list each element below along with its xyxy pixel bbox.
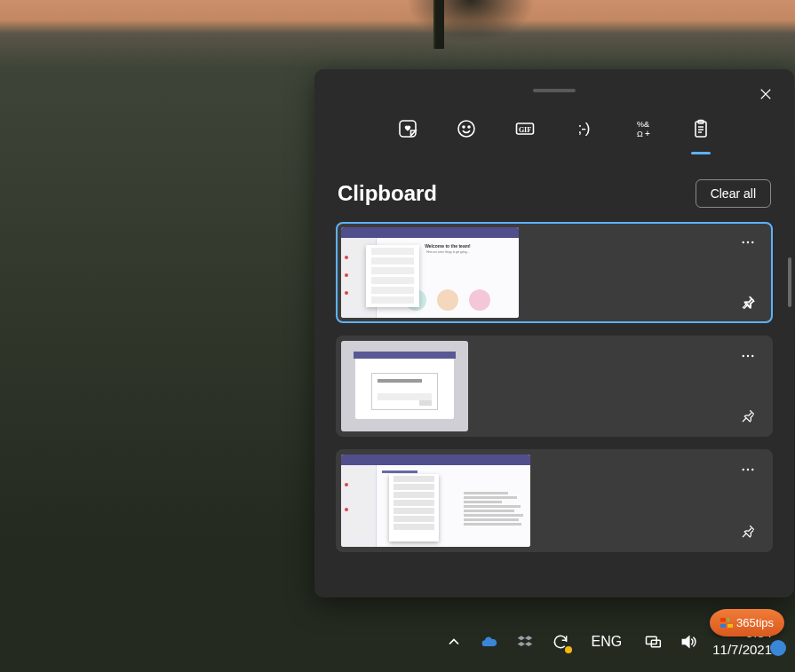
clipboard-items: Welcome to the team! Here are some thing… (314, 208, 794, 552)
svg-text:Ω: Ω (637, 130, 643, 138)
more-icon (740, 462, 756, 478)
emoji-clipboard-panel: GIF ;-) % & Ω + Clipboard Clear all (314, 69, 794, 597)
svg-point-1 (458, 121, 474, 137)
heart-sticker-icon (397, 118, 418, 139)
item-pin-button[interactable] (733, 401, 763, 431)
item-pin-button[interactable] (733, 288, 763, 318)
pin-icon (740, 408, 756, 424)
sync-tray-icon[interactable] (551, 632, 570, 652)
close-button[interactable] (750, 78, 782, 110)
display-tray-icon[interactable] (643, 632, 663, 652)
clipboard-thumbnail (341, 341, 468, 431)
watermark-text: 365tips (736, 616, 774, 629)
clipboard-item[interactable] (336, 336, 773, 437)
tab-kaomoji[interactable]: ;-) (570, 115, 597, 142)
pin-icon (740, 524, 756, 540)
clear-all-button[interactable]: Clear all (696, 179, 771, 208)
svg-point-13 (747, 241, 749, 243)
scrollbar-thumb[interactable] (788, 257, 791, 307)
tab-recent[interactable] (394, 115, 421, 142)
svg-point-17 (751, 355, 753, 357)
item-more-button[interactable] (733, 227, 763, 257)
pin-icon (740, 295, 756, 311)
close-icon (759, 88, 772, 100)
svg-text:&: & (644, 120, 649, 129)
language-indicator[interactable]: ENG (586, 634, 628, 650)
clipboard-thumbnail: Welcome to the team! Here are some thing… (341, 227, 519, 318)
clock-date: 11/7/2021 (712, 642, 772, 659)
svg-point-14 (751, 241, 753, 243)
tab-emoji[interactable] (453, 115, 480, 142)
cast-icon (644, 633, 662, 651)
item-more-button[interactable] (733, 341, 763, 371)
svg-text:+: + (645, 129, 650, 138)
svg-point-2 (463, 126, 465, 128)
clipboard-item[interactable] (336, 449, 773, 552)
dropbox-tray-icon[interactable] (515, 632, 535, 652)
dropbox-icon (516, 633, 534, 651)
svg-text:%: % (637, 120, 644, 129)
smiley-icon (456, 118, 477, 139)
gif-icon: GIF (514, 118, 536, 139)
clipboard-icon (690, 118, 712, 139)
tray-overflow-button[interactable] (444, 632, 464, 652)
more-icon (740, 234, 756, 250)
tab-gif[interactable]: GIF (512, 115, 538, 142)
cloud-icon (481, 633, 498, 651)
tab-symbols[interactable]: % & Ω + (629, 115, 656, 142)
svg-point-19 (747, 469, 749, 470)
clipboard-thumbnail (341, 455, 530, 547)
item-more-button[interactable] (733, 455, 763, 485)
svg-point-20 (751, 469, 753, 470)
svg-text:GIF: GIF (519, 126, 531, 134)
clipboard-item[interactable]: Welcome to the team! Here are some thing… (336, 222, 773, 323)
notification-indicator[interactable] (770, 640, 786, 656)
item-pin-button[interactable] (733, 517, 763, 547)
panel-title: Clipboard (338, 181, 437, 206)
more-icon (740, 348, 756, 364)
input-tabs: GIF ;-) % & Ω + (314, 115, 794, 142)
svg-point-15 (743, 355, 744, 357)
watermark-badge: 365tips (710, 609, 784, 636)
taskbar: ENG 9:34 11/7/2021 (0, 612, 795, 672)
svg-point-18 (743, 469, 744, 470)
tab-clipboard[interactable] (688, 115, 714, 142)
system-tray: ENG (444, 632, 699, 652)
svg-point-12 (743, 241, 744, 243)
onedrive-tray-icon[interactable] (480, 632, 499, 652)
symbols-icon: % & Ω + (632, 118, 653, 139)
panel-drag-handle[interactable] (533, 89, 576, 92)
volume-tray-icon[interactable] (679, 632, 698, 652)
svg-point-16 (747, 355, 749, 357)
chevron-up-icon (445, 633, 463, 651)
svg-point-3 (468, 126, 470, 128)
kaomoji-icon: ;-) (577, 120, 589, 138)
speaker-icon (680, 633, 697, 651)
